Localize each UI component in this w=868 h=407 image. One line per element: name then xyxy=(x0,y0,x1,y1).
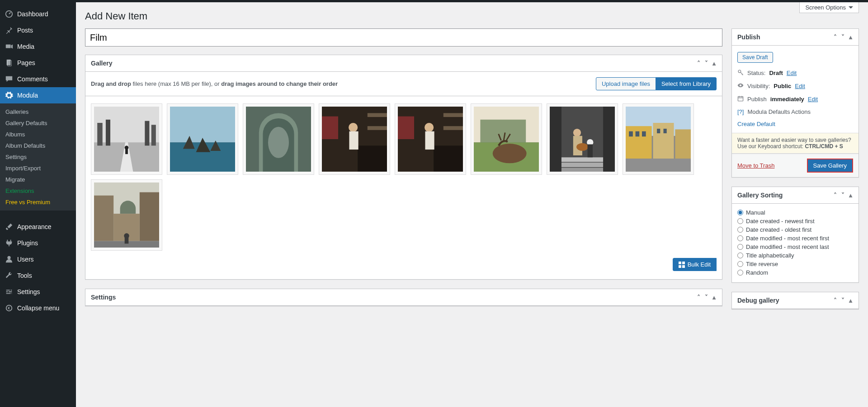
upload-image-files-button[interactable]: Upload image files xyxy=(596,77,656,90)
svg-rect-9 xyxy=(106,120,110,146)
sidebar-item-posts[interactable]: Posts xyxy=(0,22,76,38)
sort-option[interactable]: Date created - oldest first xyxy=(737,225,853,234)
chevron-down-icon xyxy=(849,4,853,11)
svg-rect-55 xyxy=(629,131,633,137)
sidebar-sub-galleries[interactable]: Galleries xyxy=(0,106,76,117)
gallery-sorting-header[interactable]: Gallery Sorting ˄ ˅ ▴ xyxy=(732,187,859,204)
pin-icon xyxy=(5,26,14,35)
sidebar-item-settings[interactable]: Settings xyxy=(0,284,76,300)
gallery-metabox-title: Gallery xyxy=(91,60,112,67)
move-up-icon[interactable]: ˄ xyxy=(833,33,838,41)
move-down-icon[interactable]: ˅ xyxy=(704,294,709,301)
toggle-icon[interactable]: ▴ xyxy=(848,192,853,199)
sidebar-sub-extensions[interactable]: Extensions xyxy=(0,185,76,196)
move-up-icon[interactable]: ˄ xyxy=(696,294,701,301)
sort-radio[interactable] xyxy=(737,218,743,224)
edit-status-link[interactable]: Edit xyxy=(787,70,797,76)
gallery-thumb[interactable] xyxy=(395,103,466,175)
sidebar-item-modula[interactable]: Modula xyxy=(0,87,76,103)
svg-rect-34 xyxy=(443,126,463,130)
status-label: Status: xyxy=(747,70,765,76)
sort-radio[interactable] xyxy=(737,261,743,267)
move-up-icon[interactable]: ˄ xyxy=(696,60,701,67)
gallery-thumb[interactable] xyxy=(243,103,314,175)
gallery-sorting-metabox: Gallery Sorting ˄ ˅ ▴ Manual Date create… xyxy=(731,187,859,283)
svg-rect-40 xyxy=(550,107,561,172)
main-content: Screen Options Add New Item Gallery ˄ ˅ … xyxy=(76,2,868,407)
gallery-thumb[interactable] xyxy=(167,103,238,175)
sidebar-sub-free-vs-premium[interactable]: Free vs Premium xyxy=(0,196,76,208)
sort-option[interactable]: Date created - newest first xyxy=(737,217,853,225)
move-to-trash-link[interactable]: Move to Trash xyxy=(737,162,774,169)
sidebar-sub-gallery-defaults[interactable]: Gallery Defaults xyxy=(0,117,76,129)
gallery-thumb[interactable] xyxy=(91,179,162,251)
toggle-icon[interactable]: ▴ xyxy=(848,33,853,41)
create-default-link[interactable]: Create Default xyxy=(737,121,775,127)
settings-metabox-title: Settings xyxy=(91,294,116,301)
toggle-icon[interactable]: ▴ xyxy=(712,60,717,67)
sidebar-sub-import-export[interactable]: Import/Export xyxy=(0,163,76,174)
sort-radio[interactable] xyxy=(737,235,743,241)
sidebar-item-media[interactable]: Media xyxy=(0,38,76,55)
sort-radio[interactable] xyxy=(737,270,743,276)
sidebar-item-tools[interactable]: Tools xyxy=(0,267,76,284)
sidebar-item-users[interactable]: Users xyxy=(0,251,76,267)
bulk-edit-label: Bulk Edit xyxy=(688,261,711,268)
sidebar-sub-albums[interactable]: Albums xyxy=(0,129,76,140)
move-down-icon[interactable]: ˅ xyxy=(704,60,709,67)
keyboard-shortcut-tip: Want a faster and easier way to save gal… xyxy=(732,133,859,154)
sidebar-sub-migrate[interactable]: Migrate xyxy=(0,174,76,185)
sort-radio[interactable] xyxy=(737,244,743,250)
svg-point-71 xyxy=(738,70,741,73)
move-down-icon[interactable]: ˅ xyxy=(840,192,845,199)
gallery-thumb[interactable] xyxy=(319,103,390,175)
move-down-icon[interactable]: ˅ xyxy=(840,33,845,41)
sidebar-item-dashboard[interactable]: Dashboard xyxy=(0,6,76,22)
sidebar-item-comments[interactable]: Comments xyxy=(0,71,76,87)
gallery-grid[interactable] xyxy=(85,96,722,255)
svg-rect-8 xyxy=(97,123,103,145)
sidebar-sub-album-defaults[interactable]: Album Defaults xyxy=(0,140,76,151)
svg-rect-29 xyxy=(398,117,414,139)
toggle-icon[interactable]: ▴ xyxy=(712,294,717,301)
sidebar-item-pages[interactable]: Pages xyxy=(0,55,76,71)
sort-option[interactable]: Date modified - most recent first xyxy=(737,234,853,243)
edit-date-link[interactable]: Edit xyxy=(808,96,818,103)
svg-rect-61 xyxy=(94,196,113,241)
sort-radio[interactable] xyxy=(737,253,743,258)
sort-option[interactable]: Title alphabetically xyxy=(737,251,853,260)
gallery-thumb[interactable] xyxy=(471,103,542,175)
sidebar-item-collapse[interactable]: Collapse menu xyxy=(0,300,76,316)
bulk-edit-button[interactable]: Bulk Edit xyxy=(673,258,717,271)
sort-option[interactable]: Date modified - most recent last xyxy=(737,243,853,251)
save-gallery-button[interactable]: Save Gallery xyxy=(807,159,853,173)
publish-metabox-header[interactable]: Publish ˄ ˅ ▴ xyxy=(732,29,859,46)
sort-option[interactable]: Title reverse xyxy=(737,260,853,268)
grid-icon xyxy=(679,262,685,268)
save-draft-button[interactable]: Save Draft xyxy=(737,52,773,63)
sort-option[interactable]: Manual xyxy=(737,208,853,217)
move-down-icon[interactable]: ˅ xyxy=(840,297,845,304)
move-up-icon[interactable]: ˄ xyxy=(833,192,838,199)
edit-visibility-link[interactable]: Edit xyxy=(795,83,805,89)
sort-option[interactable]: Random xyxy=(737,268,853,277)
move-up-icon[interactable]: ˄ xyxy=(833,297,838,304)
svg-rect-53 xyxy=(675,129,691,159)
toggle-icon[interactable]: ▴ xyxy=(848,297,853,304)
gallery-thumb[interactable] xyxy=(91,103,162,175)
sidebar-sub-settings[interactable]: Settings xyxy=(0,151,76,163)
settings-metabox-header[interactable]: Settings ˄ ˅ ▴ xyxy=(85,289,722,306)
screen-options-button[interactable]: Screen Options xyxy=(799,2,859,13)
sidebar-item-plugins[interactable]: Plugins xyxy=(0,235,76,251)
svg-rect-26 xyxy=(368,113,387,117)
gallery-thumb[interactable] xyxy=(547,103,618,175)
sort-radio[interactable] xyxy=(737,227,743,233)
select-from-library-button[interactable]: Select from Library xyxy=(656,77,717,90)
sidebar-item-appearance[interactable]: Appearance xyxy=(0,219,76,235)
debug-gallery-header[interactable]: Debug gallery ˄ ˅ ▴ xyxy=(732,292,859,309)
sort-radio[interactable] xyxy=(737,210,743,215)
gallery-title-input[interactable] xyxy=(85,28,722,47)
gallery-metabox-header[interactable]: Gallery ˄ ˅ ▴ xyxy=(85,55,722,72)
sidebar-item-label: Media xyxy=(17,43,34,50)
gallery-thumb[interactable] xyxy=(623,103,694,175)
